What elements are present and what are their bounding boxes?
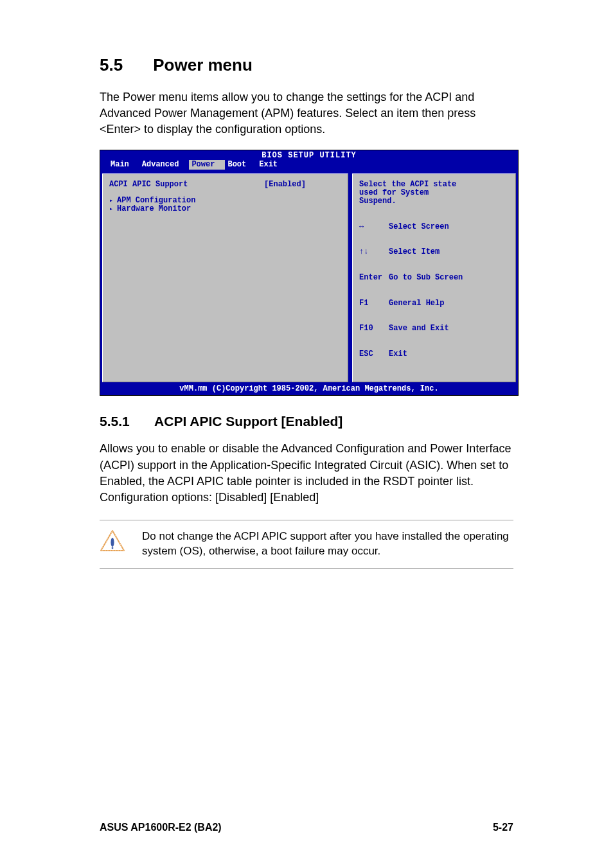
- caution-icon: [100, 529, 125, 553]
- svg-point-0: [111, 538, 114, 547]
- subsection-heading: 5.5.1 ACPI APIC Support [Enabled]: [100, 414, 513, 429]
- bios-key-legend: ↔Select Screen ↑↓Select Item EnterGo to …: [359, 206, 509, 376]
- page-footer: ASUS AP1600R-E2 (BA2) 5-27: [100, 822, 513, 833]
- bios-title: BIOS SETUP UTILITY: [100, 150, 518, 160]
- key-esc-desc: Exit: [389, 350, 407, 359]
- bios-option-value: [Enabled]: [264, 181, 341, 189]
- key-enter: Enter: [359, 274, 389, 282]
- bios-tab-boot[interactable]: Boot: [225, 160, 256, 170]
- key-f1: F1: [359, 299, 389, 308]
- bios-help-text: Select the ACPI state used for System Su…: [359, 181, 509, 206]
- key-ud-desc: Select Item: [389, 247, 440, 256]
- subsection-title: ACPI APIC Support [Enabled]: [154, 414, 342, 429]
- key-f10: F10: [359, 324, 389, 333]
- bios-tab-row: Main Advanced Power Boot Exit: [100, 160, 518, 172]
- key-lr-desc: Select Screen: [389, 222, 449, 231]
- intro-paragraph: The Power menu items allow you to change…: [100, 89, 513, 138]
- footer-page-number: 5-27: [493, 822, 513, 833]
- bios-tab-advanced[interactable]: Advanced: [139, 160, 190, 170]
- key-enter-desc: Go to Sub Screen: [389, 273, 463, 282]
- caution-text: Do not change the ACPI APIC support afte…: [142, 529, 513, 559]
- bios-left-pane: ACPI APIC Support [Enabled] APM Configur…: [102, 173, 348, 382]
- bios-tab-power[interactable]: Power: [189, 160, 225, 170]
- subsection-number: 5.5.1: [100, 414, 151, 429]
- section-title: Power menu: [153, 55, 253, 75]
- svg-point-1: [112, 547, 114, 549]
- key-ud: ↑↓: [359, 248, 389, 256]
- section-number: 5.5: [100, 55, 148, 75]
- key-lr: ↔: [359, 223, 389, 231]
- bios-footer: vMM.mm (C)Copyright 1985-2002, American …: [100, 384, 518, 395]
- key-f10-desc: Save and Exit: [389, 324, 449, 333]
- caution-note: Do not change the ACPI APIC support afte…: [100, 520, 513, 569]
- bios-tab-main[interactable]: Main: [108, 160, 139, 170]
- key-esc: ESC: [359, 350, 389, 359]
- section-heading: 5.5 Power menu: [100, 55, 513, 75]
- bios-tab-exit[interactable]: Exit: [256, 160, 288, 170]
- key-f1-desc: General Help: [389, 299, 444, 308]
- bios-submenu-hw[interactable]: Hardware Monitor: [109, 205, 341, 213]
- subsection-paragraph: Allows you to enable or disable the Adva…: [100, 441, 513, 506]
- footer-product: ASUS AP1600R-E2 (BA2): [100, 822, 222, 833]
- bios-option-label: ACPI APIC Support: [109, 181, 264, 189]
- bios-option-acpi[interactable]: ACPI APIC Support [Enabled]: [109, 181, 341, 189]
- bios-right-pane: Select the ACPI state used for System Su…: [352, 173, 516, 382]
- bios-screenshot: BIOS SETUP UTILITY Main Advanced Power B…: [100, 150, 519, 396]
